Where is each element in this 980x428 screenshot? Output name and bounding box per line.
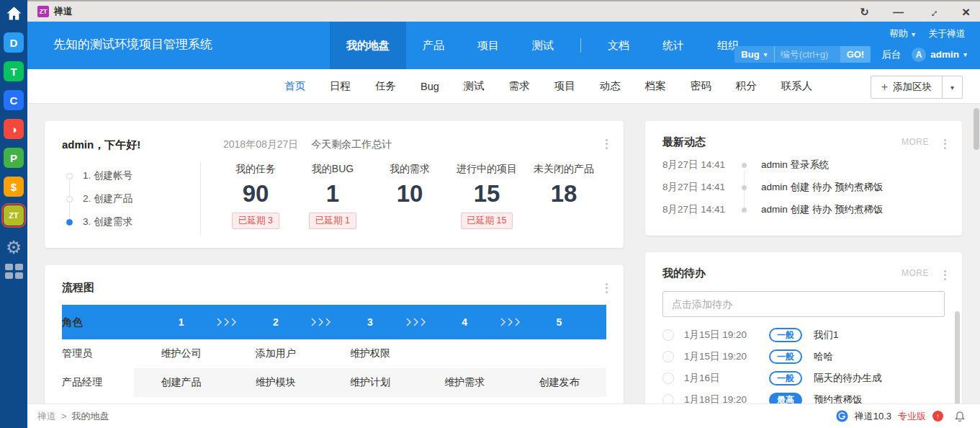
greeting-block: admin，下午好! 1. 创建帐号 2. 创建产品	[62, 138, 200, 231]
help-dropdown[interactable]: 帮助 ▾	[889, 27, 915, 40]
left-column: admin，下午好! 1. 创建帐号 2. 创建产品	[45, 121, 624, 404]
todo-item: 1月18日 19:20 最高 预约煮稀饭	[662, 389, 945, 404]
tab-dynamic[interactable]: 动态	[588, 79, 633, 93]
caret-down-icon: ▾	[764, 50, 768, 58]
tab-doc[interactable]: 档案	[633, 79, 678, 93]
footer-bar: 禅道 > 我的地盘 禅道10.3 专业版 ↑	[27, 404, 980, 428]
app-window: D T C ◑ P $ ZT ⚙ ZT 禅道 ↻ — ↔ × 先知的测试环境项目…	[0, 0, 980, 428]
more-menu-icon[interactable]	[603, 134, 611, 153]
flowchart-card: 流程图 角色 1 2	[45, 265, 624, 404]
page-scrollbar-thumb[interactable]	[974, 108, 979, 150]
timeline-dot	[742, 163, 747, 168]
bell-icon[interactable]	[954, 411, 966, 422]
right-column: 最新动态 MORE 8月27日 14:41 admin 登录系统 8月27日 1…	[645, 121, 962, 404]
tab-home[interactable]: 首页	[272, 79, 318, 93]
version-label[interactable]: 禅道10.3	[855, 410, 891, 423]
tab-contacts[interactable]: 联系人	[769, 79, 825, 93]
main-area: ZT 禅道 ↻ — ↔ × 先知的测试环境项目管理系统 我的地盘 产品 项目 测…	[27, 0, 980, 428]
app-icon-zentao[interactable]: ZT	[4, 205, 24, 226]
date-line: 2018年08月27日 今天剩余工作总计	[223, 138, 606, 151]
dynamics-list: 8月27日 14:41 admin 登录系统 8月27日 14:41 admin…	[662, 159, 945, 216]
settings-gear-icon[interactable]: ⚙	[6, 238, 22, 257]
timeline-dot	[742, 208, 747, 213]
maximize-icon[interactable]: ↔	[927, 6, 938, 17]
priority-badge: 一般	[769, 371, 802, 385]
todo-checkbox[interactable]	[662, 329, 674, 341]
greeting-card: admin，下午好! 1. 创建帐号 2. 创建产品	[45, 121, 624, 248]
priority-badge: 一般	[769, 349, 802, 364]
avatar: A	[912, 48, 926, 62]
dynamic-item: 8月27日 14:41 admin 创建 待办 预约煮稀饭	[662, 203, 945, 216]
window-controls: ↻ — ↔ ×	[860, 5, 970, 19]
tab-task[interactable]: 任务	[363, 79, 408, 93]
nav-report[interactable]: 统计	[646, 22, 701, 69]
go-button[interactable]: GO!	[840, 46, 871, 63]
tab-score[interactable]: 积分	[724, 79, 769, 93]
plus-icon: +	[881, 81, 888, 93]
refresh-icon[interactable]: ↻	[860, 6, 869, 17]
add-todo-input[interactable]	[662, 291, 945, 317]
flow-row-admin: 管理员 维护公司 添加用户 维护权限	[62, 339, 606, 368]
more-link[interactable]: MORE	[902, 268, 929, 278]
home-icon[interactable]	[4, 4, 24, 22]
footer-version-area: 禅道10.3 专业版 ↑	[836, 410, 966, 423]
breadcrumb-root[interactable]: 禅道	[37, 410, 56, 423]
priority-badge: 一般	[769, 328, 802, 342]
tab-test[interactable]: 测试	[451, 79, 497, 93]
add-block-dropdown[interactable]: ▾	[943, 76, 963, 99]
admin-console-link[interactable]: 后台	[881, 48, 901, 61]
nav-project[interactable]: 项目	[461, 22, 516, 69]
todo-scrollbar-thumb[interactable]	[955, 311, 960, 404]
onboarding-steps: 1. 创建帐号 2. 创建产品 3. 创建需求	[66, 169, 200, 228]
nav-product[interactable]: 产品	[406, 22, 461, 69]
edition-label[interactable]: 专业版	[898, 410, 926, 423]
more-menu-icon[interactable]	[941, 265, 949, 285]
window-titlebar: ZT 禅道 ↻ — ↔ ×	[27, 0, 980, 22]
breadcrumb-separator: >	[61, 411, 67, 422]
close-icon[interactable]: ×	[962, 5, 970, 19]
minimize-icon[interactable]: —	[893, 6, 904, 17]
summary-caption: 今天剩余工作总计	[311, 138, 392, 150]
dashboard-content: admin，下午好! 1. 创建帐号 2. 创建产品	[27, 104, 980, 404]
dock-sidebar: D T C ◑ P $ ZT ⚙	[0, 0, 27, 428]
todo-item: 1月16日 一般 隔天的待办生成	[662, 367, 945, 389]
more-menu-icon[interactable]	[603, 278, 611, 298]
add-block-button[interactable]: + 添加区块	[871, 76, 943, 99]
todo-checkbox[interactable]	[662, 394, 674, 404]
app-icon-c[interactable]: C	[4, 90, 24, 110]
app-grid-icon[interactable]	[5, 264, 23, 279]
site-title: 先知的测试环境项目管理系统	[53, 36, 212, 53]
app-icon-t[interactable]: T	[4, 61, 24, 81]
nav-my-dashboard[interactable]: 我的地盘	[330, 22, 406, 69]
flow-step-1: 1	[134, 313, 228, 331]
tab-bug[interactable]: Bug	[408, 81, 451, 92]
search-input[interactable]	[774, 46, 840, 63]
tab-project[interactable]: 项目	[542, 79, 588, 93]
user-menu[interactable]: A admin ▾	[912, 48, 967, 62]
tab-password[interactable]: 密码	[678, 79, 724, 93]
todo-checkbox[interactable]	[662, 351, 674, 362]
nav-test[interactable]: 测试	[516, 22, 570, 69]
search-type-select[interactable]: Bug ▾	[734, 46, 773, 63]
step-create-story: 3. 创建需求	[66, 215, 200, 228]
dynamic-item: 8月27日 14:41 admin 创建 待办 预约煮稀饭	[662, 181, 945, 194]
flow-step-4: 4	[418, 313, 512, 331]
stat-my-stories: 我的需求 10	[377, 163, 442, 229]
more-link[interactable]: MORE	[902, 137, 929, 147]
more-menu-icon[interactable]	[941, 134, 949, 153]
upgrade-icon[interactable]: ↑	[932, 411, 943, 422]
step-dot-active	[66, 219, 73, 226]
sub-nav: 首页 日程 任务 Bug 测试 需求 项目 动态 档案 密码 积分 联系人 + …	[27, 69, 980, 104]
todo-checkbox[interactable]	[662, 373, 674, 384]
nav-doc[interactable]: 文档	[591, 22, 646, 69]
tab-story[interactable]: 需求	[497, 79, 542, 93]
about-zentao-link[interactable]: 关于禅道	[928, 27, 966, 40]
zentao-logo-icon[interactable]	[836, 410, 848, 422]
tab-calendar[interactable]: 日程	[318, 79, 363, 93]
breadcrumb-current: 我的地盘	[72, 410, 109, 423]
app-icon-d[interactable]: D	[4, 32, 24, 53]
app-icon-s[interactable]: $	[4, 177, 24, 197]
house-glyph	[6, 6, 22, 20]
app-icon-p[interactable]: P	[4, 148, 24, 168]
app-icon-o[interactable]: ◑	[4, 119, 24, 139]
